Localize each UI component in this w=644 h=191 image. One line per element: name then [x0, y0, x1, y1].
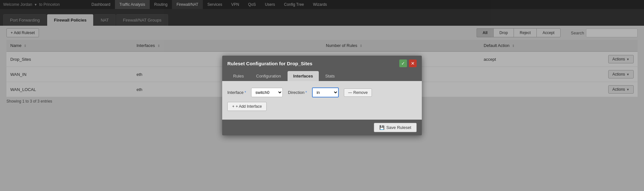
- add-interface-button[interactable]: + + Add Interface: [227, 102, 267, 111]
- add-interface-row: + + Add Interface: [227, 102, 417, 111]
- modal-footer: 💾 Save Ruleset: [222, 120, 422, 135]
- interface-select[interactable]: switch0 eth0 eth1 eth2: [251, 88, 283, 97]
- save-ruleset-label: Save Ruleset: [386, 125, 411, 130]
- modal-header: Ruleset Configuration for Drop_Sites ✓ ✕: [222, 56, 422, 71]
- modal-body: Interface * switch0 eth0 eth1 eth2 Direc…: [222, 81, 422, 120]
- add-interface-label: + Add Interface: [236, 104, 262, 109]
- modal-tab-rules[interactable]: Rules: [227, 71, 250, 81]
- save-icon: 💾: [379, 125, 384, 130]
- modal-overlay: Ruleset Configuration for Drop_Sites ✓ ✕…: [0, 0, 644, 191]
- remove-label: Remove: [353, 90, 368, 95]
- modal-tab-stats[interactable]: Stats: [319, 71, 341, 81]
- modal-tabs: Rules Configuration Interfaces Stats: [222, 71, 422, 81]
- plus-icon: +: [232, 104, 234, 109]
- remove-icon: —: [348, 90, 352, 95]
- direction-label: Direction *: [288, 90, 307, 95]
- direction-select[interactable]: in out local: [312, 87, 339, 97]
- remove-interface-button[interactable]: — Remove: [344, 88, 372, 97]
- ruleset-config-modal: Ruleset Configuration for Drop_Sites ✓ ✕…: [222, 56, 422, 135]
- modal-tab-interfaces[interactable]: Interfaces: [288, 71, 319, 81]
- direction-required: *: [306, 90, 307, 95]
- modal-title: Ruleset Configuration for Drop_Sites: [227, 61, 312, 66]
- modal-close-button[interactable]: ✕: [409, 59, 417, 67]
- save-ruleset-button[interactable]: 💾 Save Ruleset: [374, 123, 417, 132]
- modal-tab-configuration[interactable]: Configuration: [250, 71, 287, 81]
- interface-required: *: [245, 90, 246, 95]
- modal-confirm-button[interactable]: ✓: [399, 59, 407, 67]
- interface-form-row: Interface * switch0 eth0 eth1 eth2 Direc…: [227, 87, 417, 97]
- modal-header-actions: ✓ ✕: [399, 59, 417, 67]
- interface-label: Interface *: [227, 90, 246, 95]
